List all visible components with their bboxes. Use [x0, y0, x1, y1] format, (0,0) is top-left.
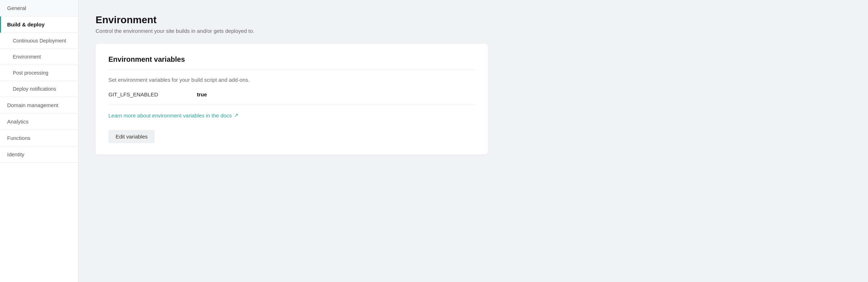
docs-link[interactable]: Learn more about environment variables i…	[108, 112, 239, 119]
sidebar-item-label: Identity	[7, 151, 24, 157]
sidebar-item-environment[interactable]: Environment	[0, 49, 78, 65]
sidebar-item-analytics[interactable]: Analytics	[0, 114, 78, 130]
sidebar-item-identity[interactable]: Identity	[0, 146, 78, 163]
page-title: Environment	[96, 14, 851, 26]
env-var-key: GIT_LFS_ENABLED	[108, 91, 180, 97]
card-description: Set environment variables for your build…	[108, 77, 475, 83]
card-title: Environment variables	[108, 55, 475, 70]
sidebar: General Build & deploy Continuous Deploy…	[0, 0, 78, 282]
sidebar-item-functions[interactable]: Functions	[0, 130, 78, 146]
sidebar-item-general[interactable]: General	[0, 0, 78, 16]
external-link-icon: ↗	[234, 112, 239, 119]
sidebar-item-label: Functions	[7, 135, 30, 141]
sidebar-item-post-processing[interactable]: Post processing	[0, 65, 78, 81]
sidebar-item-label: Post processing	[13, 70, 48, 76]
edit-variables-button[interactable]: Edit variables	[108, 130, 155, 143]
docs-link-text: Learn more about environment variables i…	[108, 112, 232, 119]
sidebar-item-domain-management[interactable]: Domain management	[0, 97, 78, 114]
main-content: Environment Control the environment your…	[78, 0, 868, 282]
sidebar-item-label: General	[7, 5, 26, 11]
env-var-row: GIT_LFS_ENABLED true	[108, 91, 475, 105]
page-subtitle: Control the environment your site builds…	[96, 28, 851, 34]
env-var-value: true	[197, 91, 207, 97]
sidebar-item-label: Environment	[13, 54, 41, 60]
sidebar-item-label: Deploy notifications	[13, 86, 56, 92]
sidebar-item-label: Analytics	[7, 119, 29, 125]
sidebar-item-continuous-deployment[interactable]: Continuous Deployment	[0, 33, 78, 49]
sidebar-item-build-deploy[interactable]: Build & deploy	[0, 16, 78, 33]
sidebar-item-deploy-notifications[interactable]: Deploy notifications	[0, 81, 78, 97]
sidebar-item-label: Build & deploy	[7, 21, 45, 27]
environment-variables-card: Environment variables Set environment va…	[96, 44, 488, 155]
sidebar-item-label: Domain management	[7, 102, 58, 108]
sidebar-item-label: Continuous Deployment	[13, 38, 66, 44]
